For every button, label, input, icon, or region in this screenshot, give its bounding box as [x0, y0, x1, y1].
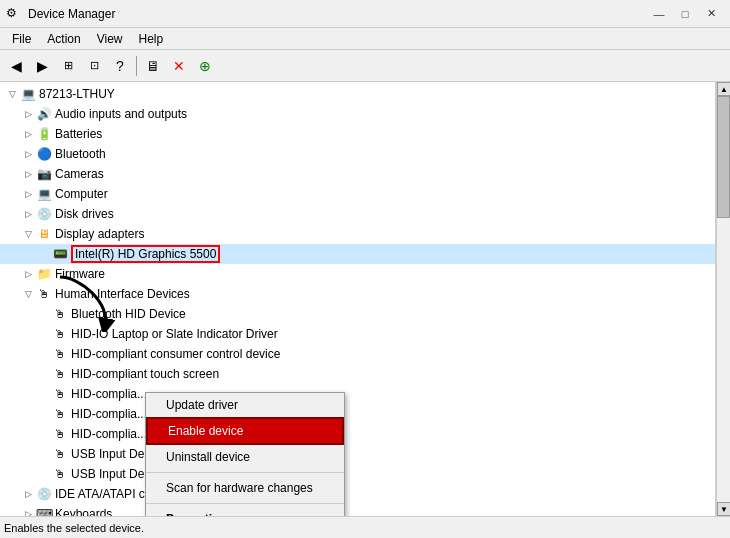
- cameras-label: Cameras: [55, 167, 104, 181]
- minimize-button[interactable]: —: [646, 5, 672, 23]
- tree-item-hid-3[interactable]: 🖱 HID-complia...: [0, 424, 715, 444]
- firmware-label: Firmware: [55, 267, 105, 281]
- tree-item-keyboards[interactable]: ▷ ⌨ Keyboards: [0, 504, 715, 516]
- context-uninstall-device[interactable]: Uninstall device: [146, 445, 344, 469]
- root-expand-icon[interactable]: ▽: [4, 86, 20, 102]
- context-properties[interactable]: Properties: [146, 507, 344, 516]
- close-button[interactable]: ✕: [698, 5, 724, 23]
- ide-expand-icon[interactable]: ▷: [20, 486, 36, 502]
- tree-item-cameras[interactable]: ▷ 📷 Cameras: [0, 164, 715, 184]
- scrollbar-down-button[interactable]: ▼: [717, 502, 730, 516]
- menu-file[interactable]: File: [4, 28, 39, 49]
- usb1-icon: 🖱: [52, 446, 68, 462]
- hidconsumer-label: HID-compliant consumer control device: [71, 347, 280, 361]
- root-icon: 💻: [20, 86, 36, 102]
- tree-item-hid-touch[interactable]: 🖱 HID-compliant touch screen: [0, 364, 715, 384]
- maximize-button[interactable]: □: [672, 5, 698, 23]
- context-update-driver[interactable]: Update driver: [146, 393, 344, 417]
- display-label: Display adapters: [55, 227, 144, 241]
- tree-item-audio[interactable]: ▷ 🔊 Audio inputs and outputs: [0, 104, 715, 124]
- tree-view[interactable]: ▽ 💻 87213-LTHUY ▷ 🔊 Audio inputs and out…: [0, 82, 716, 516]
- keyboards-expand-icon[interactable]: ▷: [20, 506, 36, 516]
- firmware-expand-icon[interactable]: ▷: [20, 266, 36, 282]
- hid2-label: HID-complia...: [71, 407, 147, 421]
- audio-icon: 🔊: [36, 106, 52, 122]
- tree-item-display-adapters[interactable]: ▽ 🖥 Display adapters: [0, 224, 715, 244]
- cameras-expand-icon[interactable]: ▷: [20, 166, 36, 182]
- tree-item-ide[interactable]: ▷ 💿 IDE ATA/ATAPI controllers: [0, 484, 715, 504]
- app-icon: ⚙: [6, 6, 22, 22]
- tree-item-computer[interactable]: ▷ 💻 Computer: [0, 184, 715, 204]
- tree-item-batteries[interactable]: ▷ 🔋 Batteries: [0, 124, 715, 144]
- hid-label: Human Interface Devices: [55, 287, 190, 301]
- tree-root[interactable]: ▽ 💻 87213-LTHUY: [0, 84, 715, 104]
- keyboards-icon: ⌨: [36, 506, 52, 516]
- display-expand-icon[interactable]: ▽: [20, 226, 36, 242]
- tree-item-gpu[interactable]: 📟 Intel(R) HD Graphics 5500: [0, 244, 715, 264]
- scrollbar-track[interactable]: [717, 96, 730, 502]
- tree-item-hid-laptop[interactable]: 🖱 HID-IO Laptop or Slate Indicator Drive…: [0, 324, 715, 344]
- toolbar-back[interactable]: ◀: [4, 54, 28, 78]
- hidtouch-icon: 🖱: [52, 366, 68, 382]
- hidlaptop-placeholder: [36, 326, 52, 342]
- computer-label: Computer: [55, 187, 108, 201]
- title-bar-left: ⚙ Device Manager: [6, 6, 115, 22]
- bluetooth-icon: 🔵: [36, 146, 52, 162]
- disk-label: Disk drives: [55, 207, 114, 221]
- gpu-label: Intel(R) HD Graphics 5500: [71, 245, 220, 263]
- toolbar-help[interactable]: ?: [108, 54, 132, 78]
- menu-bar: File Action View Help: [0, 28, 730, 50]
- hid3-label: HID-complia...: [71, 427, 147, 441]
- scrollbar-up-button[interactable]: ▲: [717, 82, 730, 96]
- ide-icon: 💿: [36, 486, 52, 502]
- root-label: 87213-LTHUY: [39, 87, 115, 101]
- hid-icon: 🖱: [36, 286, 52, 302]
- toolbar-remove[interactable]: ✕: [167, 54, 191, 78]
- gpu-icon: 📟: [52, 246, 68, 262]
- toolbar-separator-1: [136, 56, 137, 76]
- status-text: Enables the selected device.: [4, 522, 144, 534]
- usb1-label: USB Input De...: [71, 447, 154, 461]
- toolbar-forward[interactable]: ▶: [30, 54, 54, 78]
- tree-item-usb-1[interactable]: 🖱 USB Input De...: [0, 444, 715, 464]
- menu-action[interactable]: Action: [39, 28, 88, 49]
- disk-expand-icon[interactable]: ▷: [20, 206, 36, 222]
- batteries-expand-icon[interactable]: ▷: [20, 126, 36, 142]
- scrollbar-thumb[interactable]: [717, 96, 730, 218]
- audio-expand-icon[interactable]: ▷: [20, 106, 36, 122]
- toolbar-properties[interactable]: ⊞: [56, 54, 80, 78]
- computer-expand-icon[interactable]: ▷: [20, 186, 36, 202]
- toolbar-scan[interactable]: ⊕: [193, 54, 217, 78]
- hid3-placeholder: [36, 426, 52, 442]
- tree-item-firmware[interactable]: ▷ 📁 Firmware: [0, 264, 715, 284]
- tree-item-disk[interactable]: ▷ 💿 Disk drives: [0, 204, 715, 224]
- hid-expand-icon[interactable]: ▽: [20, 286, 36, 302]
- hid1-icon: 🖱: [52, 386, 68, 402]
- cameras-icon: 📷: [36, 166, 52, 182]
- firmware-icon: 📁: [36, 266, 52, 282]
- tree-item-hid-2[interactable]: 🖱 HID-complia...: [0, 404, 715, 424]
- toolbar-update-driver[interactable]: ⊡: [82, 54, 106, 78]
- tree-item-hid-consumer[interactable]: 🖱 HID-compliant consumer control device: [0, 344, 715, 364]
- context-scan-hardware[interactable]: Scan for hardware changes: [146, 476, 344, 500]
- bluetooth-expand-icon[interactable]: ▷: [20, 146, 36, 162]
- hid1-placeholder: [36, 386, 52, 402]
- context-enable-device[interactable]: Enable device: [146, 417, 344, 445]
- tree-item-hid-1[interactable]: 🖱 HID-complia...: [0, 384, 715, 404]
- tree-item-hid[interactable]: ▽ 🖱 Human Interface Devices: [0, 284, 715, 304]
- tree-item-bluetooth-hid[interactable]: 🖱 Bluetooth HID Device: [0, 304, 715, 324]
- disk-icon: 💿: [36, 206, 52, 222]
- scrollbar[interactable]: ▲ ▼: [716, 82, 730, 516]
- display-icon: 🖥: [36, 226, 52, 242]
- hidlaptop-label: HID-IO Laptop or Slate Indicator Driver: [71, 327, 278, 341]
- hid2-icon: 🖱: [52, 406, 68, 422]
- menu-help[interactable]: Help: [131, 28, 172, 49]
- tree-item-usb-2[interactable]: 🖱 USB Input De...: [0, 464, 715, 484]
- tree-item-bluetooth[interactable]: ▷ 🔵 Bluetooth: [0, 144, 715, 164]
- toolbar-display[interactable]: 🖥: [141, 54, 165, 78]
- usb2-placeholder: [36, 466, 52, 482]
- menu-view[interactable]: View: [89, 28, 131, 49]
- context-menu: Update driver Enable device Uninstall de…: [145, 392, 345, 516]
- hid3-icon: 🖱: [52, 426, 68, 442]
- keyboards-label: Keyboards: [55, 507, 112, 516]
